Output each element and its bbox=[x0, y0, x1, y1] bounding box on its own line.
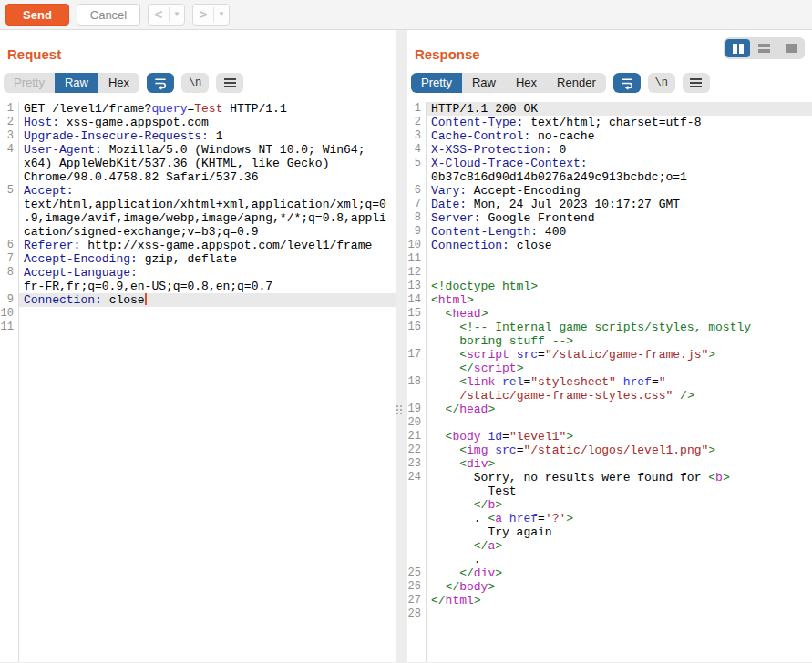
line-number: 2 bbox=[407, 116, 426, 129]
code-line-wrap: /static/game-frame-styles.css" /> bbox=[407, 389, 812, 403]
panel-splitter[interactable] bbox=[396, 30, 407, 662]
history-forward-button[interactable]: > ▼ bbox=[192, 4, 230, 26]
code-text: Chrome/98.0.4758.82 Safari/537.36 bbox=[18, 170, 396, 184]
code-text: fr-FR,fr;q=0.9,en-US;q=0.8,en;q=0.7 bbox=[18, 280, 396, 293]
send-button[interactable]: Send bbox=[5, 4, 69, 26]
code-text: boring stuff --> bbox=[426, 334, 812, 348]
tab-pretty[interactable]: Pretty bbox=[4, 73, 55, 93]
code-text: .9,image/avif,image/webp,image/apng,*/*;… bbox=[18, 211, 396, 225]
request-editor[interactable]: 1GET /level1/frame?query=Test HTTP/1.12H… bbox=[0, 102, 396, 662]
code-text: <img src="/static/logos/level1.png"> bbox=[426, 444, 812, 457]
line-number: 11 bbox=[0, 321, 18, 334]
code-text: . bbox=[426, 553, 812, 566]
code-text: Host: xss-game.appspot.com bbox=[18, 116, 396, 129]
code-text bbox=[426, 266, 812, 280]
response-panel: Response PrettyRawHexRender \n 1HTTP bbox=[407, 30, 812, 662]
code-line-5: 5X-Cloud-Trace-Context: bbox=[407, 157, 812, 170]
line-number: 1 bbox=[407, 102, 426, 116]
code-line-7: 7Accept-Encoding: gzip, deflate bbox=[0, 252, 396, 266]
line-number bbox=[407, 389, 426, 403]
line-number: 17 bbox=[407, 348, 426, 362]
code-text: </body> bbox=[426, 580, 812, 594]
code-line-10: 10Connection: close bbox=[407, 239, 812, 252]
code-line-9: 9Content-Length: 400 bbox=[407, 225, 812, 239]
request-response-split: Request PrettyRawHex \n 1GET /level1 bbox=[0, 30, 812, 662]
code-line-25: 25 </div> bbox=[407, 566, 812, 580]
code-line-2: 2Host: xss-game.appspot.com bbox=[0, 116, 396, 129]
tab-render[interactable]: Render bbox=[547, 73, 606, 93]
back-arrow-icon[interactable]: < bbox=[149, 5, 169, 25]
line-number: 24 bbox=[407, 471, 426, 484]
code-line-23: 23 <div> bbox=[407, 457, 812, 471]
editor-menu-button[interactable] bbox=[683, 73, 710, 93]
code-text: X-XSS-Protection: 0 bbox=[426, 143, 812, 157]
code-line-wrap: .9,image/avif,image/webp,image/apng,*/*;… bbox=[0, 211, 396, 225]
code-line-8: 8Server: Google Frontend bbox=[407, 211, 812, 225]
code-text: x64) AppleWebKit/537.36 (KHTML, like Gec… bbox=[18, 157, 396, 170]
code-text: </a> bbox=[426, 539, 812, 553]
tab-pretty[interactable]: Pretty bbox=[411, 73, 462, 93]
code-line-24: 24 Sorry, no results were found for <b> bbox=[407, 471, 812, 484]
code-line-11: 11 bbox=[0, 321, 396, 334]
request-tab-group: PrettyRawHex bbox=[4, 73, 139, 93]
layout-rows-button[interactable] bbox=[752, 39, 776, 57]
show-newlines-button[interactable]: \n bbox=[648, 73, 675, 93]
layout-single-button[interactable] bbox=[778, 39, 803, 57]
toolbar: Send Cancel < ▼ > ▼ bbox=[0, 0, 812, 30]
word-wrap-button[interactable] bbox=[613, 73, 641, 93]
line-number bbox=[0, 157, 18, 170]
splitter-grip-icon[interactable] bbox=[396, 405, 402, 414]
back-dropdown-icon[interactable]: ▼ bbox=[170, 5, 184, 25]
code-line-wrap: </b> bbox=[407, 498, 812, 512]
code-text: Referer: http://xss-game.appspot.com/lev… bbox=[18, 239, 396, 252]
line-number: 8 bbox=[0, 266, 18, 280]
tab-raw[interactable]: Raw bbox=[462, 73, 506, 93]
word-wrap-button[interactable] bbox=[147, 73, 174, 93]
code-text: GET /level1/frame?query=Test HTTP/1.1 bbox=[18, 102, 396, 116]
editor-menu-button[interactable] bbox=[216, 73, 243, 93]
code-text: 0b37c816d90d14b0276a249c913bcbdc;o=1 bbox=[426, 170, 812, 184]
code-line-wrap: . <a href='?'> bbox=[407, 512, 812, 525]
line-number: 11 bbox=[407, 252, 426, 266]
forward-arrow-icon[interactable]: > bbox=[193, 5, 213, 25]
newline-icon: \n bbox=[655, 76, 668, 89]
line-number bbox=[407, 525, 426, 539]
code-text: Accept-Language: bbox=[18, 266, 396, 280]
tab-hex[interactable]: Hex bbox=[98, 73, 139, 93]
line-number bbox=[0, 170, 18, 184]
code-line-5: 5Accept: bbox=[0, 184, 396, 198]
newline-icon: \n bbox=[189, 76, 201, 89]
line-number: 10 bbox=[0, 307, 18, 321]
tab-hex[interactable]: Hex bbox=[506, 73, 547, 93]
code-text: <script src="/static/game-frame.js"> bbox=[426, 348, 812, 362]
line-number bbox=[407, 498, 426, 512]
response-editor[interactable]: 1HTTP/1.1 200 OK2Content-Type: text/html… bbox=[407, 102, 812, 662]
code-text: Server: Google Frontend bbox=[426, 211, 812, 225]
forward-dropdown-icon[interactable]: ▼ bbox=[214, 5, 229, 25]
code-text: </html> bbox=[426, 594, 812, 607]
code-line-10: 10 bbox=[0, 307, 396, 321]
code-line-11: 11 bbox=[407, 252, 812, 266]
tab-raw[interactable]: Raw bbox=[55, 73, 98, 93]
cancel-button[interactable]: Cancel bbox=[77, 4, 140, 26]
code-line-wrap: . bbox=[407, 553, 812, 566]
layout-columns-button[interactable] bbox=[725, 39, 750, 57]
code-text: <body id="level1"> bbox=[426, 430, 812, 444]
line-number: 10 bbox=[407, 239, 426, 252]
code-text: Connection: close bbox=[426, 239, 812, 252]
code-line-wrap: cation/signed-exchange;v=b3;q=0.9 bbox=[0, 225, 396, 239]
code-line-wrap: Chrome/98.0.4758.82 Safari/537.36 bbox=[0, 170, 396, 184]
line-number: 20 bbox=[407, 416, 426, 430]
code-line-wrap: text/html,application/xhtml+xml,applicat… bbox=[0, 198, 396, 211]
code-line-26: 26 </body> bbox=[407, 580, 812, 594]
line-number: 4 bbox=[0, 143, 18, 157]
code-text: </script> bbox=[426, 362, 812, 375]
code-line-22: 22 <img src="/static/logos/level1.png"> bbox=[407, 444, 812, 457]
show-newlines-button[interactable]: \n bbox=[181, 73, 209, 93]
code-text: X-Cloud-Trace-Context: bbox=[426, 157, 812, 170]
code-line-wrap: Test bbox=[407, 484, 812, 498]
hamburger-icon bbox=[690, 78, 702, 87]
code-line-20: 20 bbox=[407, 416, 812, 430]
history-back-button[interactable]: < ▼ bbox=[148, 4, 185, 26]
code-text: <html> bbox=[426, 293, 812, 307]
